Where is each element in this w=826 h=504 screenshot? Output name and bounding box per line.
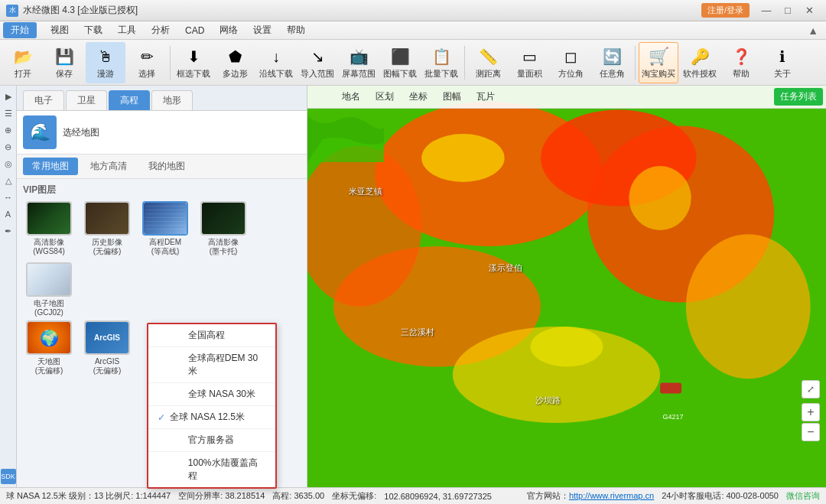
map-thumb-gcj02 bbox=[26, 262, 72, 297]
toolbar-line-download-label: 沿线下载 bbox=[259, 69, 293, 78]
measure-area-icon: ▭ bbox=[519, 46, 540, 67]
tab-elevation[interactable]: 高程 bbox=[109, 90, 150, 110]
menu-network[interactable]: 网络 bbox=[212, 22, 246, 38]
sub-tab-mymap[interactable]: 我的地图 bbox=[139, 158, 194, 175]
menu-settings[interactable]: 设置 bbox=[246, 22, 279, 38]
left-tool-8[interactable]: A bbox=[1, 206, 16, 222]
menu-cad[interactable]: CAD bbox=[177, 24, 212, 37]
website-link[interactable]: http://www.rivermap.cn bbox=[569, 491, 654, 500]
dropdown-item-4[interactable]: 全球 NASA 12.5米 bbox=[148, 406, 275, 429]
menu-download[interactable]: 下载 bbox=[76, 22, 110, 38]
toolbar-license[interactable]: 🔑 软件授权 bbox=[680, 42, 720, 83]
toolbar-help[interactable]: ❓ 帮助 bbox=[721, 42, 761, 83]
toolbar-save[interactable]: 💾 保存 bbox=[44, 42, 84, 83]
dropdown-item-3[interactable]: 全球 NASA 30米 bbox=[148, 383, 275, 406]
map-label-miyazhi: 米亚芝镇 bbox=[349, 186, 382, 197]
toolbar-polygon[interactable]: ⬟ 多边形 bbox=[215, 42, 255, 83]
map-item-history[interactable]: 历史影像(无偏移) bbox=[81, 201, 133, 256]
collapse-button[interactable]: ▲ bbox=[803, 24, 823, 37]
status-wechat[interactable]: 微信咨询 bbox=[786, 490, 820, 502]
left-tool-sdk[interactable]: SDK bbox=[1, 469, 16, 484]
map-thumb-tiandi: 🌍 bbox=[26, 320, 72, 355]
map-item-tiandi[interactable]: 🌍 天地图(无偏移) bbox=[23, 320, 75, 376]
toolbar-measure-area[interactable]: ▭ 量面积 bbox=[509, 42, 549, 83]
maximize-button[interactable]: □ bbox=[777, 3, 798, 18]
app-icon: 水 bbox=[6, 5, 18, 17]
map-top-btn-tile[interactable]: 瓦片 bbox=[470, 87, 502, 106]
toolbar-box-download[interactable]: ⬇ 框选下载 bbox=[174, 42, 213, 83]
minimize-button[interactable]: — bbox=[756, 3, 777, 18]
toolbar-open[interactable]: 📂 打开 bbox=[3, 42, 43, 83]
menu-tools[interactable]: 工具 bbox=[110, 22, 144, 38]
map-top-btn-mapsheet[interactable]: 图幅 bbox=[436, 87, 468, 106]
tab-electronic[interactable]: 电子 bbox=[23, 90, 64, 110]
toolbar-free-angle[interactable]: 🔄 任意角 bbox=[592, 42, 632, 83]
toolbar-taobao[interactable]: 🛒 淘宝购买 bbox=[639, 42, 678, 83]
fullscreen-button[interactable]: ⤢ bbox=[802, 380, 820, 398]
zoom-in-button[interactable]: + bbox=[802, 403, 820, 421]
map-thumb-history bbox=[84, 201, 130, 236]
left-tool-6[interactable]: △ bbox=[1, 173, 16, 188]
dropdown-item-2[interactable]: 全球高程DEM 30米 bbox=[148, 347, 275, 383]
zoom-out-button[interactable]: − bbox=[802, 423, 820, 441]
close-button[interactable]: ✕ bbox=[798, 3, 820, 18]
sub-tab-local[interactable]: 地方高清 bbox=[81, 158, 136, 175]
toolbar-about[interactable]: ℹ 关于 bbox=[763, 42, 802, 83]
left-tool-2[interactable]: ☰ bbox=[1, 106, 16, 121]
import-range-icon: ↘ bbox=[307, 46, 328, 67]
left-tool-7[interactable]: ↔ bbox=[1, 190, 16, 205]
toolbar-roam[interactable]: 🖱 漫游 bbox=[86, 42, 125, 83]
tab-terrain[interactable]: 地形 bbox=[151, 90, 193, 110]
map-item-wgs84[interactable]: 高清影像(WGS84) bbox=[23, 201, 75, 256]
map-thumb-arcgis: ArcGIS bbox=[84, 320, 130, 355]
left-tool-5[interactable]: ◎ bbox=[1, 156, 16, 171]
toolbar-measure-distance-label: 测距离 bbox=[476, 69, 501, 78]
menu-help[interactable]: 帮助 bbox=[279, 22, 313, 38]
measure-distance-icon: 📏 bbox=[477, 46, 499, 67]
menu-analysis[interactable]: 分析 bbox=[144, 22, 177, 38]
toolbar-select[interactable]: ✏ 选择 bbox=[127, 42, 167, 83]
left-tool-9[interactable]: ✒ bbox=[1, 223, 16, 239]
map-item-dem[interactable]: 高程DEM(等高线) bbox=[139, 201, 191, 256]
map-top-btn-district[interactable]: 区划 bbox=[369, 87, 401, 106]
left-tool-1[interactable]: ▶ bbox=[1, 89, 16, 104]
sub-tab-common[interactable]: 常用地图 bbox=[23, 158, 78, 175]
toolbar-map-sheet[interactable]: ⬛ 图幅下载 bbox=[380, 42, 420, 83]
map-item-arcgis[interactable]: ArcGIS ArcGIS(无偏移) bbox=[81, 320, 133, 376]
toolbar-screen-range[interactable]: 📺 屏幕范围 bbox=[339, 42, 379, 83]
map-label-dem: 高程DEM(等高线) bbox=[149, 238, 181, 256]
title-bar-left: 水 水经微图 4.3 [企业版已授权] bbox=[6, 4, 138, 17]
register-button[interactable]: 注册/登录 bbox=[701, 3, 750, 18]
map-item-mercator[interactable]: 高清影像(墨卡托) bbox=[197, 201, 249, 256]
toolbar-measure-distance[interactable]: 📏 测距离 bbox=[468, 42, 508, 83]
toolbar-import-range[interactable]: ↘ 导入范围 bbox=[298, 42, 337, 83]
left-tool-3[interactable]: ⊕ bbox=[1, 122, 16, 138]
task-list-button[interactable]: 任务列表 bbox=[774, 88, 823, 106]
left-tool-4[interactable]: ⊖ bbox=[1, 139, 16, 154]
save-icon: 💾 bbox=[54, 46, 75, 67]
toolbar-line-download[interactable]: ↓ 沿线下载 bbox=[256, 42, 296, 83]
selected-map-area: 🌊 选经地图 bbox=[17, 111, 307, 154]
roam-icon: 🖱 bbox=[95, 46, 116, 67]
dropdown-item-5[interactable]: 官方服务器 bbox=[148, 429, 275, 452]
status-space: 空间分辨率: 38.218514 bbox=[178, 490, 265, 502]
toolbar-about-label: 关于 bbox=[774, 69, 791, 78]
tab-satellite[interactable]: 卫星 bbox=[66, 90, 107, 110]
status-elevation: 高程: 3635.00 bbox=[272, 490, 324, 502]
map-view[interactable]: G4217 地名 区划 坐标 图幅 瓦片 任务列表 米亚芝镇 漾示登伯 三岔溪村… bbox=[307, 86, 826, 487]
taobao-icon: 🛒 bbox=[648, 46, 669, 67]
toolbar-azimuth[interactable]: ◻ 方位角 bbox=[551, 42, 590, 83]
terrain-svg: G4217 bbox=[307, 86, 826, 487]
map-top-btn-coord[interactable]: 坐标 bbox=[402, 87, 434, 106]
start-button[interactable]: 开始 bbox=[3, 22, 37, 38]
svg-point-8 bbox=[421, 134, 504, 182]
map-item-gcj02[interactable]: 电子地图(GCJ02) bbox=[23, 262, 75, 317]
map-top-btn-place[interactable]: 地名 bbox=[335, 87, 367, 106]
toolbar-batch-download[interactable]: 📋 批量下载 bbox=[421, 42, 461, 83]
dropdown-item-6[interactable]: 100%水陆覆盖高程 bbox=[148, 452, 275, 487]
dropdown-item-1[interactable]: 全国高程 bbox=[148, 324, 275, 347]
line-download-icon: ↓ bbox=[265, 46, 287, 67]
title-bar-controls: 注册/登录 — □ ✕ bbox=[701, 3, 820, 18]
map-thumb-wgs84 bbox=[26, 201, 72, 236]
menu-view[interactable]: 视图 bbox=[43, 22, 76, 38]
